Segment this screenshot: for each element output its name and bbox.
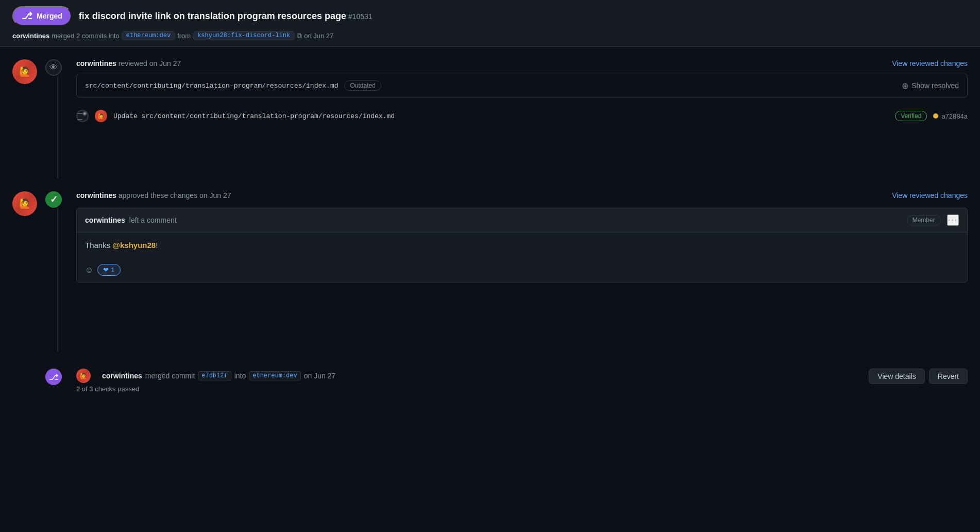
review2-section: 🙋 ✓ corwintines approved these changes o… — [12, 191, 968, 352]
file-path-text: src/content/contributing/translation-pro… — [85, 82, 338, 90]
merged-badge[interactable]: ⎇ Merged — [12, 6, 72, 26]
review1-header: corwintines reviewed on Jun 27 View revi… — [76, 59, 968, 68]
pr-number: #10531 — [348, 12, 373, 21]
more-options-button[interactable]: ··· — [947, 214, 959, 226]
comment-body-suffix: ! — [156, 241, 158, 250]
review1-meta: corwintines reviewed on Jun 27 — [76, 59, 181, 68]
commit-avatar: 🙋 — [95, 110, 107, 122]
header-meta: corwintines merged 2 commits into ethere… — [12, 31, 968, 40]
avatar-img: 🙋 — [12, 59, 37, 84]
merge-actions: View details Revert — [869, 369, 968, 384]
commit-line-icon: —◉— — [76, 110, 89, 122]
commit-hash-text: a72884a — [941, 112, 968, 120]
merge-icon: ⎇ — [22, 10, 32, 22]
header-bar: ⎇ Merged fix discord invite link on tran… — [0, 0, 980, 47]
review1-username[interactable]: corwintines — [76, 59, 116, 68]
merge-commit-icon: ⎇ — [45, 369, 62, 385]
approved-icon: ✓ — [45, 191, 62, 208]
commit-message: Update src/content/contributing/translat… — [113, 112, 889, 120]
header-date: on Jun 27 — [304, 32, 333, 40]
checks-text: 2 of 3 checks passed — [76, 385, 335, 393]
merge-meta: 🙋 corwintines merged commit e7db12f into… — [76, 369, 335, 383]
comment-username[interactable]: corwintines — [85, 216, 125, 224]
merge-username[interactable]: corwintines — [102, 372, 142, 380]
base-branch[interactable]: ethereum:dev — [122, 31, 175, 40]
header-meta-text: merged 2 commits into — [52, 32, 120, 40]
revert-button[interactable]: Revert — [929, 369, 968, 384]
review2-view-link[interactable]: View reviewed changes — [892, 191, 968, 200]
commit-row: —◉— 🙋 Update src/content/contributing/tr… — [76, 106, 968, 126]
review2-meta: corwintines approved these changes on Ju… — [76, 191, 231, 200]
merge-target-branch[interactable]: ethereum:dev — [249, 371, 300, 380]
comment-box: corwintines left a comment Member ··· Th… — [76, 208, 968, 282]
reaction-emoji: ❤ — [103, 266, 109, 274]
comment-header: corwintines left a comment Member ··· — [77, 208, 967, 232]
commit-dot — [933, 113, 938, 119]
file-path: src/content/contributing/translation-pro… — [85, 80, 381, 91]
header-username: corwintines — [12, 32, 49, 40]
review1-action: reviewed on Jun 27 — [119, 59, 181, 68]
review1-avatar: 🙋 — [12, 59, 37, 84]
comment-action: left a comment — [129, 216, 177, 224]
review1-view-link[interactable]: View reviewed changes — [892, 59, 968, 68]
merge-action: merged commit — [145, 372, 195, 380]
into-text: into — [234, 372, 246, 380]
main-content: 🙋 👁 corwintines reviewed on Jun 27 View … — [0, 47, 980, 405]
comment-header-right: Member ··· — [907, 214, 959, 226]
merge-avatar: 🙋 — [76, 369, 91, 383]
merge-commit-section: ⎇ 🙋 corwintines merged commit e7db12f in… — [12, 369, 968, 393]
merge-date: on Jun 27 — [304, 372, 336, 380]
reviewed-icon: 👁 — [45, 59, 62, 76]
member-badge: Member — [907, 215, 941, 225]
comment-reactions: ☺ ❤ 1 — [77, 258, 967, 282]
add-reaction-button[interactable]: ☺ — [85, 265, 93, 275]
verified-badge: Verified — [895, 111, 927, 121]
merge-avatar-img: 🙋 — [76, 369, 91, 383]
pr-title: fix discord invite link on translation p… — [79, 11, 346, 21]
head-branch[interactable]: kshyun28:fix-discord-link — [193, 31, 295, 40]
merge-hash[interactable]: e7db12f — [198, 371, 231, 380]
merged-label: Merged — [37, 12, 62, 20]
reaction-count: 1 — [111, 266, 114, 274]
file-path-box: src/content/contributing/translation-pro… — [76, 74, 968, 97]
show-resolved-icon: ⊕ — [902, 81, 908, 91]
comment-body: Thanks @kshyun28! — [77, 232, 967, 258]
mention-link[interactable]: @kshyun28 — [112, 241, 156, 250]
review2-avatar: 🙋 — [12, 191, 37, 216]
avatar-img-2: 🙋 — [12, 191, 37, 216]
outdated-badge: Outdated — [344, 80, 381, 91]
show-resolved-label: Show resolved — [911, 81, 959, 90]
heart-reaction-button[interactable]: ❤ 1 — [97, 264, 120, 276]
review1-section: 🙋 👁 corwintines reviewed on Jun 27 View … — [12, 59, 968, 179]
view-details-button[interactable]: View details — [869, 369, 924, 384]
comment-body-text: Thanks — [85, 241, 112, 250]
review2-username[interactable]: corwintines — [76, 191, 116, 200]
review2-header: corwintines approved these changes on Ju… — [76, 191, 968, 200]
copy-icon[interactable]: ⧉ — [297, 31, 302, 40]
comment-header-left: corwintines left a comment — [85, 216, 177, 224]
from-text: from — [177, 32, 191, 40]
show-resolved-button[interactable]: ⊕ Show resolved — [902, 81, 959, 91]
review2-action: approved these changes on Jun 27 — [119, 191, 231, 200]
commit-hash-display: a72884a — [933, 112, 968, 120]
